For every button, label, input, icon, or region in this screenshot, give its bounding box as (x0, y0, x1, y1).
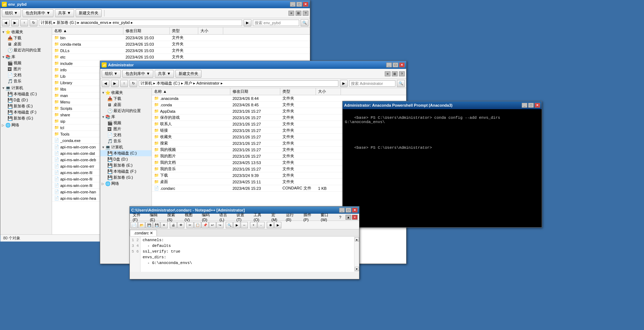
env-pybd-view-list-btn[interactable]: ≡ (288, 11, 294, 16)
notepad-menu-run[interactable]: 运行(R) (285, 212, 299, 222)
notepad-menu-macro[interactable]: 宏(M) (270, 212, 282, 222)
env-pybd-help-btn[interactable]: ? (303, 11, 308, 16)
notepad-menu-view[interactable]: 视图(V) (183, 212, 198, 222)
env-pybd-view-icon-btn[interactable]: ⊞ (296, 11, 301, 16)
admin-sidebar-documents[interactable]: 📄 文档 (100, 132, 152, 138)
env-pybd-titlebar[interactable]: 📁 env_pybd _ □ ✕ (0, 0, 310, 8)
env-pybd-organize-btn[interactable]: 组织 ▼ (2, 9, 21, 17)
notepad-new-btn[interactable]: 📄 (131, 222, 138, 228)
notepad-menu-edit[interactable]: 编辑(E) (148, 212, 163, 222)
notepad-menu-tools[interactable]: 工具(O) (252, 212, 267, 222)
sidebar-item-network[interactable]: ▷ 🌐 网络 (0, 122, 52, 128)
admin-sidebar-favorites[interactable]: ▼ ⭐ 收藏夹 (100, 90, 152, 96)
notepad-undo-btn[interactable]: ↩ (209, 222, 216, 228)
sidebar-item-local-d[interactable]: 💾 D盘 (D:) (0, 97, 52, 103)
notepad-play-btn[interactable]: ▶ (274, 222, 281, 228)
env-pybd-minimize-btn[interactable]: _ (290, 2, 296, 7)
env-pybd-new-folder-btn[interactable]: 新建文件夹 (76, 9, 102, 17)
notepad-toolbar-up-btn[interactable]: ▲ (346, 215, 351, 220)
admin-sidebar-videos[interactable]: 🎬 视频 (100, 120, 152, 126)
notepad-menu-language[interactable]: 语言(L) (218, 212, 232, 222)
sidebar-item-videos[interactable]: 🎬 视频 (0, 60, 52, 66)
notepad-code-area[interactable]: channels: - defaults ssl_verify: true en… (140, 237, 354, 272)
notepad-zoom-out-btn[interactable]: - (257, 222, 265, 228)
table-row[interactable]: 📁 bin 2023/4/26 15:03 文件夹 (52, 35, 310, 41)
notepad-print-preview-btn[interactable]: 👁 (177, 222, 184, 228)
sidebar-item-favorites[interactable]: ▼ ⭐ 收藏夹 (0, 29, 52, 35)
admin-back-btn[interactable]: ◀ (102, 80, 109, 87)
sidebar-item-local-c[interactable]: 💾 本地磁盘 (C:) (0, 91, 52, 97)
notepad-redo-btn[interactable]: ↪ (216, 222, 224, 228)
admin-search-btn[interactable]: 🔍 (397, 80, 405, 87)
notepad-record-btn[interactable]: ⏺ (267, 222, 274, 228)
ps-minimize-btn[interactable]: _ (522, 103, 527, 108)
notepad-editor[interactable]: 1 2 3 4 5 6 channels: - defaults ssl_ver… (130, 237, 359, 272)
env-pybd-maximize-btn[interactable]: □ (296, 2, 302, 7)
sidebar-item-desktop[interactable]: 🖥 桌面 (0, 41, 52, 47)
ps-maximize-btn[interactable]: □ (528, 103, 534, 108)
admin-sidebar-local-d[interactable]: 💾 D盘 (D:) (100, 156, 152, 162)
notepad-menu-file[interactable]: 文件(F) (131, 212, 145, 222)
sidebar-item-music[interactable]: 🎵 音乐 (0, 78, 52, 84)
notepad-cut-btn[interactable]: ✂ (186, 222, 194, 228)
env-pybd-back-btn[interactable]: ◀ (2, 19, 10, 26)
table-row[interactable]: 📁 conda-meta 2023/4/26 15:03 文件夹 (52, 41, 310, 47)
notepad-maximize-btn[interactable]: □ (346, 208, 351, 213)
admin-sidebar-desktop[interactable]: 🖥 桌面 (100, 102, 152, 108)
sidebar-item-new-e[interactable]: 💾 新加卷 (E:) (0, 103, 52, 109)
notepad-save-all-btn[interactable]: 💾 (153, 222, 160, 228)
env-pybd-include-btn[interactable]: 包含到库中 ▼ (22, 9, 53, 17)
env-pybd-close-btn[interactable]: ✕ (303, 2, 308, 7)
col-header-name[interactable]: 名称 ▲ (52, 27, 123, 34)
admin-share-btn[interactable]: 共享 ▼ (155, 70, 174, 78)
admin-col-size[interactable]: 大小 (316, 88, 341, 95)
admin-sidebar-local-c[interactable]: 💾 本地磁盘 (C:) (100, 150, 152, 156)
notepad-replace-btn[interactable]: ↔ (241, 222, 248, 228)
admin-col-name[interactable]: 名称 ▲ (152, 88, 230, 95)
env-pybd-up-btn[interactable]: ↑ (20, 19, 28, 26)
notepad-menu-settings[interactable]: 设置(T) (235, 212, 249, 222)
table-row[interactable]: 📁 DLLs 2023/4/26 15:03 文件夹 (52, 47, 310, 54)
table-row[interactable]: 📁 etc 2023/4/26 15:03 文件夹 (52, 54, 310, 60)
notepad-toolbar-close-btn[interactable]: ✕ (352, 215, 358, 220)
notepad-open-btn[interactable]: 📂 (138, 222, 145, 228)
env-pybd-search-input[interactable] (253, 20, 299, 26)
env-pybd-address-input[interactable] (39, 20, 242, 26)
notepad-zoom-in-btn[interactable]: + (250, 222, 257, 228)
sidebar-item-downloads[interactable]: 📥 下载 (0, 35, 52, 41)
sidebar-item-new-g[interactable]: 💾 新加卷 (G:) (0, 115, 52, 121)
admin-address-input[interactable] (139, 80, 338, 87)
admin-close-btn[interactable]: ✕ (399, 62, 405, 67)
env-pybd-go-btn[interactable]: ▶ (244, 19, 251, 26)
env-pybd-refresh-btn[interactable]: ↻ (30, 19, 37, 26)
sidebar-item-computer[interactable]: ▼ 💻 计算机 (0, 85, 52, 91)
admin-sidebar-library[interactable]: ▼ 📚 库 (100, 114, 152, 120)
admin-sidebar-network[interactable]: ▷ 🌐 网络 (100, 181, 152, 187)
notepad-close-btn2[interactable]: ✕ (160, 222, 168, 228)
ps-body[interactable]: <base> PS C:\Users\Administrator> conda … (343, 109, 542, 227)
env-pybd-search-btn[interactable]: 🔍 (301, 19, 308, 26)
admin-view-list-btn[interactable]: ≡ (385, 71, 390, 76)
admin-col-date[interactable]: 修改日期 (230, 88, 280, 95)
notepad-menu-window[interactable]: 窗口(W) (319, 212, 334, 222)
admin-sidebar-new-g[interactable]: 💾 新加卷 (G:) (100, 174, 152, 181)
sidebar-item-pictures[interactable]: 🖼 图片 (0, 66, 52, 72)
col-header-size[interactable]: 大小 (198, 27, 223, 34)
admin-go-btn[interactable]: ▶ (340, 80, 348, 87)
admin-include-btn[interactable]: 包含到库中 ▼ (122, 70, 153, 78)
notepad-menu-encoding[interactable]: 编码(D) (200, 212, 215, 222)
notepad-menu-help[interactable]: ? (338, 215, 343, 219)
sidebar-item-recent[interactable]: 🕐 最近访问的位置 (0, 47, 52, 53)
notepad-scrollbar-up[interactable]: ▲ (355, 237, 359, 242)
admin-col-type[interactable]: 类型 (280, 88, 316, 95)
admin-up-btn[interactable]: ↑ (120, 80, 128, 87)
notepad-tab-condarc[interactable]: .condarc ✕ (130, 230, 157, 236)
env-pybd-forward-btn[interactable]: ▶ (11, 19, 19, 26)
env-pybd-share-btn[interactable]: 共享 ▼ (55, 9, 74, 17)
admin-view-icon-btn[interactable]: ⊞ (392, 71, 398, 76)
notepad-copy-btn[interactable]: 📋 (194, 222, 201, 228)
notepad-paste-btn[interactable]: 📌 (201, 222, 209, 228)
notepad-menu-search[interactable]: 搜索(S) (166, 212, 180, 222)
notepad-find-next-btn[interactable]: ▶ (233, 222, 240, 228)
ps-close-btn[interactable]: ✕ (535, 103, 540, 108)
